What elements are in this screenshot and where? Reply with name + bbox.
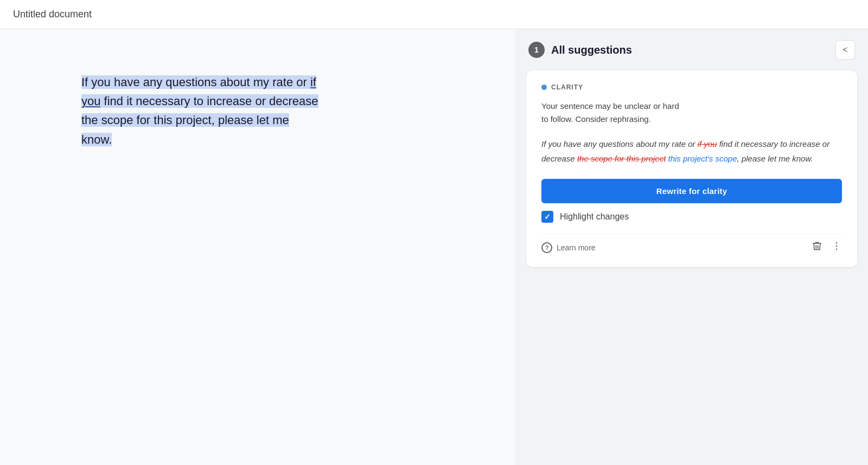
document-content: If you have any questions about my rate … [81,73,434,149]
highlighted-underline-2: you [81,94,100,108]
preview-new-text: this project's scope [666,154,737,163]
highlight-checkbox-row: Highlight changes [541,211,842,223]
learn-more-label: Learn more [557,243,596,252]
highlight-label: Highlight changes [560,212,629,222]
trash-icon [812,241,822,251]
preview-part3: , please let me know. [737,154,813,163]
header: Untitled document [0,0,868,29]
suggestion-card: CLARITY Your sentence may be unclear or … [526,70,857,267]
highlight-checkbox[interactable] [541,211,553,223]
document-text: If you have any questions about my rate … [81,73,434,149]
highlighted-segment-3: , please let me [212,113,289,127]
preview-strikethrough1: if you [698,139,717,148]
panel-header: 1 All suggestions < [526,40,857,60]
highlighted-underline: if [310,75,316,89]
clarity-dot [541,85,547,90]
card-footer: ? Learn more [541,234,842,254]
highlighted-word: If you have any questions about my rate … [81,75,310,89]
panel-title: All suggestions [551,44,835,56]
svg-point-1 [836,246,838,247]
document-area: If you have any questions about my rate … [0,29,515,465]
learn-more-button[interactable]: ? Learn more [541,242,596,253]
preview-strikethrough2: the scope for this project [577,154,666,163]
suggestion-preview: If you have any questions about my rate … [541,137,842,166]
collapse-button[interactable]: < [835,40,855,60]
highlighted-segment-4: know. [81,133,112,146]
svg-point-0 [836,242,838,244]
description-line2: to follow. Consider rephrasing. [541,114,651,124]
more-options-button[interactable] [831,241,842,254]
svg-point-2 [836,249,838,250]
description-line1: Your sentence may be unclear or hard [541,101,679,111]
help-icon: ? [541,242,552,253]
more-icon [831,241,842,251]
highlighted-segment: find it necessary to increase or decreas… [100,94,318,108]
document-title: Untitled document [13,9,92,20]
clarity-label-row: CLARITY [541,83,842,91]
highlighted-segment-2: the scope for this project [81,113,212,127]
preview-part1: If you have any questions about my rate … [541,139,698,148]
delete-button[interactable] [812,241,822,254]
suggestion-description: Your sentence may be unclear or hard to … [541,100,842,126]
main-layout: If you have any questions about my rate … [0,29,868,465]
suggestions-badge: 1 [528,42,545,58]
suggestions-panel: 1 All suggestions < CLARITY Your sentenc… [515,29,868,465]
rewrite-button[interactable]: Rewrite for clarity [541,179,842,203]
footer-actions [812,241,842,254]
clarity-text: CLARITY [551,83,583,91]
